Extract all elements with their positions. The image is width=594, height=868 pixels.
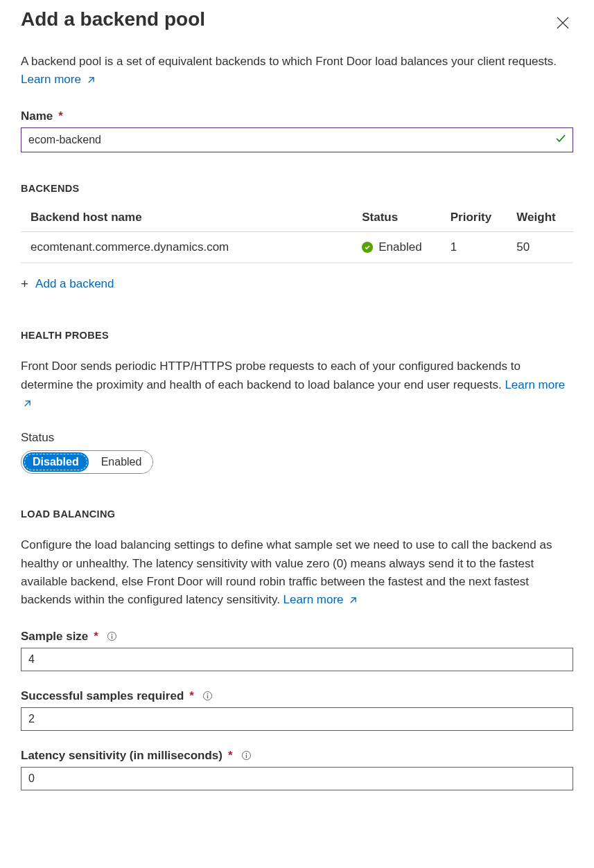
name-label: Name * xyxy=(21,109,573,123)
cell-status-text: Enabled xyxy=(378,240,421,254)
intro-learn-more-label: Learn more xyxy=(21,73,81,86)
health-probes-text: Front Door sends periodic HTTP/HTTPS pro… xyxy=(21,360,521,391)
info-icon[interactable] xyxy=(107,631,117,641)
backends-table: Backend host name Status Priority Weight… xyxy=(21,204,573,263)
svg-point-1 xyxy=(112,634,113,635)
svg-rect-5 xyxy=(207,696,208,699)
successful-samples-label-text: Successful samples required xyxy=(21,689,184,703)
external-link-icon xyxy=(348,593,357,611)
health-probes-desc: Front Door sends periodic HTTP/HTTPS pro… xyxy=(21,357,573,414)
cell-priority: 1 xyxy=(441,231,507,263)
latency-label-text: Latency sensitivity (in milliseconds) xyxy=(21,749,222,763)
plus-icon: + xyxy=(21,277,28,290)
latency-input[interactable] xyxy=(21,767,573,790)
lb-learn-more-label: Learn more xyxy=(283,593,344,606)
close-button[interactable] xyxy=(552,12,573,33)
intro-text: A backend pool is a set of equivalent ba… xyxy=(21,53,573,91)
close-icon xyxy=(557,17,569,29)
svg-point-4 xyxy=(207,693,209,695)
sample-size-label-text: Sample size xyxy=(21,630,88,644)
name-input[interactable] xyxy=(21,127,573,152)
backends-section-header: BACKENDS xyxy=(21,183,573,194)
col-header-weight: Weight xyxy=(507,204,573,232)
info-icon[interactable] xyxy=(202,691,213,701)
required-asterisk: * xyxy=(58,109,63,123)
col-header-host: Backend host name xyxy=(21,204,352,232)
col-header-priority: Priority xyxy=(441,204,507,232)
sample-size-input[interactable] xyxy=(21,648,573,671)
external-link-icon xyxy=(86,73,95,91)
col-header-status: Status xyxy=(352,204,441,232)
probe-status-label: Status xyxy=(21,431,573,445)
load-balancing-section-header: LOAD BALANCING xyxy=(21,508,573,520)
cell-weight: 50 xyxy=(507,231,573,263)
intro-learn-more-link[interactable]: Learn more xyxy=(21,73,95,86)
external-link-icon xyxy=(22,396,31,414)
successful-samples-label: Successful samples required * xyxy=(21,689,573,703)
sample-size-label: Sample size * xyxy=(21,630,573,644)
checkmark-icon xyxy=(555,133,566,147)
page-title: Add a backend pool xyxy=(21,8,205,30)
health-probes-section-header: HEALTH PROBES xyxy=(21,330,573,341)
required-asterisk: * xyxy=(94,630,98,644)
svg-rect-2 xyxy=(112,636,112,639)
cell-host: ecomtenant.commerce.dynamics.com xyxy=(21,231,352,263)
cell-status: Enabled xyxy=(352,231,441,263)
add-backend-label: Add a backend xyxy=(35,277,114,291)
svg-point-7 xyxy=(245,753,247,754)
latency-label: Latency sensitivity (in milliseconds) * xyxy=(21,749,573,763)
required-asterisk: * xyxy=(189,689,194,703)
required-asterisk: * xyxy=(228,749,233,763)
status-enabled-icon xyxy=(362,242,373,253)
svg-rect-8 xyxy=(245,755,246,759)
successful-samples-input[interactable] xyxy=(21,707,573,731)
name-label-text: Name xyxy=(21,109,53,123)
info-icon[interactable] xyxy=(241,750,252,761)
toggle-disabled-button[interactable]: Disabled xyxy=(23,452,89,472)
intro-text-content: A backend pool is a set of equivalent ba… xyxy=(21,55,557,68)
toggle-enabled-button[interactable]: Enabled xyxy=(90,451,153,473)
lb-learn-more-link[interactable]: Learn more xyxy=(283,593,358,606)
probes-learn-more-label: Learn more xyxy=(505,378,565,391)
load-balancing-desc: Configure the load balancing settings to… xyxy=(21,536,573,611)
probe-status-toggle: Disabled Enabled xyxy=(21,450,153,474)
table-row[interactable]: ecomtenant.commerce.dynamics.com Enabled… xyxy=(21,231,573,263)
add-backend-button[interactable]: + Add a backend xyxy=(21,277,114,291)
